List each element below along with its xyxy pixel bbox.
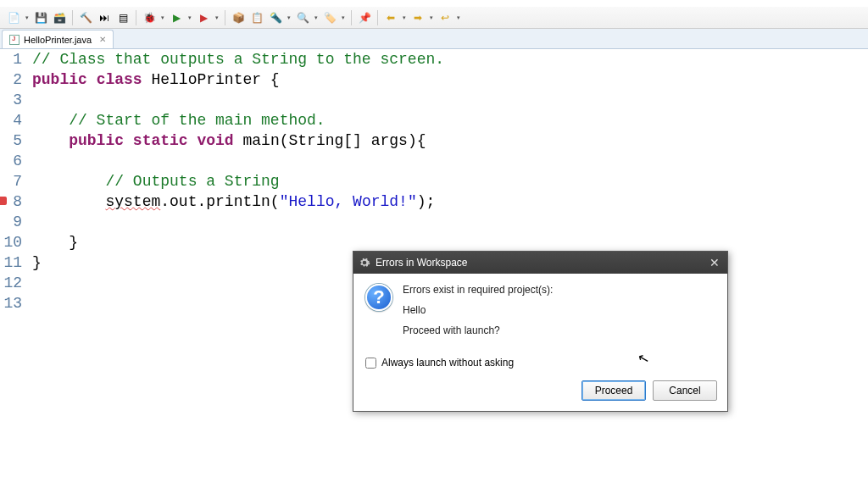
line-gutter: 12345678910111213	[0, 49, 29, 488]
code-line[interactable]: system.out.println("Hello, World!");	[32, 191, 868, 212]
new-package-icon[interactable]: 📦	[230, 9, 247, 26]
code-line[interactable]: // Start of the main method.	[32, 110, 868, 130]
dropdown-arrow-icon[interactable]: ▾	[401, 14, 408, 21]
task-icon[interactable]: 🏷️	[321, 9, 338, 26]
line-number: 4	[0, 110, 22, 130]
dialog-title: Errors in Workspace	[376, 257, 467, 269]
dropdown-arrow-icon[interactable]: ▾	[159, 14, 166, 21]
separator	[136, 10, 136, 25]
java-file-icon	[9, 35, 19, 45]
outline-icon[interactable]: ▤	[114, 9, 131, 26]
dropdown-arrow-icon[interactable]: ▾	[286, 14, 292, 21]
gear-icon	[359, 257, 370, 269]
tab-filename: HelloPrinter.java	[24, 35, 92, 45]
dropdown-arrow-icon[interactable]: ▾	[186, 14, 193, 21]
dialog-body: ? Errors exist in required project(s): H…	[353, 274, 727, 352]
dialog-message: Errors exist in required project(s): Hel…	[403, 284, 715, 345]
separator	[377, 10, 378, 25]
close-icon[interactable]: ✕	[99, 35, 106, 44]
dialog-line2: Proceed with launch?	[403, 324, 715, 336]
dropdown-arrow-icon[interactable]: ▾	[313, 14, 320, 21]
save-all-icon[interactable]: 🗃️	[51, 9, 68, 26]
always-launch-checkbox[interactable]	[365, 358, 376, 369]
dropdown-arrow-icon[interactable]: ▾	[340, 14, 347, 21]
pin-icon[interactable]: 📌	[356, 9, 373, 26]
dropdown-arrow-icon[interactable]: ▾	[428, 14, 435, 21]
menu-bar[interactable]	[0, 0, 868, 7]
question-icon: ?	[365, 284, 392, 311]
line-number: 12	[0, 273, 22, 293]
line-number: 11	[0, 252, 22, 273]
coverage-icon[interactable]: ▶	[195, 9, 212, 26]
separator	[351, 10, 352, 25]
hammer-icon[interactable]: 🔨	[77, 9, 94, 26]
dialog-buttons: Proceed Cancel	[353, 377, 727, 411]
dropdown-arrow-icon[interactable]: ▾	[455, 14, 462, 21]
line-number: 7	[0, 171, 22, 191]
toolbar: 📄▾ 💾 🗃️ 🔨 ⏭ ▤ 🐞▾ ▶▾ ▶▾ 📦 📋 🔦▾ 🔍▾ 🏷️▾ 📌 ⬅…	[0, 7, 868, 29]
line-number: 1	[0, 49, 22, 69]
line-number: 5	[0, 130, 22, 151]
last-edit-icon[interactable]: ↩	[437, 9, 453, 26]
dialog-checkbox-row: Always launch without asking	[353, 352, 727, 377]
debug-icon[interactable]: 🐞	[141, 9, 158, 26]
checkbox-label: Always launch without asking	[381, 357, 514, 369]
new-icon[interactable]: 📄	[5, 9, 22, 26]
code-line[interactable]	[32, 90, 868, 110]
line-number: 9	[0, 212, 22, 232]
run-icon[interactable]: ▶	[168, 9, 185, 26]
errors-dialog: Errors in Workspace ✕ ? Errors exist in …	[353, 251, 728, 412]
close-icon[interactable]: ✕	[707, 255, 722, 270]
line-number: 10	[0, 232, 22, 252]
code-line[interactable]	[32, 151, 868, 171]
code-line[interactable]	[32, 212, 868, 232]
dropdown-arrow-icon[interactable]: ▾	[214, 14, 220, 21]
code-line[interactable]: public class HelloPrinter {	[32, 69, 868, 90]
separator	[72, 10, 73, 25]
line-number: 13	[0, 293, 22, 313]
skip-icon[interactable]: ⏭	[96, 9, 113, 26]
code-line[interactable]: // Outputs a String	[32, 171, 868, 191]
dialog-line1: Errors exist in required project(s):	[403, 284, 715, 296]
line-number: 8	[0, 191, 22, 212]
line-number: 6	[0, 151, 22, 171]
back-icon[interactable]: ⬅	[382, 9, 399, 26]
line-number: 3	[0, 90, 22, 110]
tab-bar: HelloPrinter.java ✕	[0, 29, 868, 49]
open-type-icon[interactable]: 🔦	[267, 9, 284, 26]
forward-icon[interactable]: ➡	[409, 9, 426, 26]
cancel-button[interactable]: Cancel	[653, 380, 717, 401]
line-number: 2	[0, 69, 22, 90]
editor-tab[interactable]: HelloPrinter.java ✕	[2, 30, 114, 48]
save-icon[interactable]: 💾	[32, 9, 49, 26]
dialog-project: Hello	[403, 304, 715, 316]
code-line[interactable]: public static void main(String[] args){	[32, 130, 868, 151]
new-class-icon[interactable]: 📋	[248, 9, 265, 26]
code-line[interactable]: }	[32, 232, 868, 252]
search-icon[interactable]: 🔍	[294, 9, 311, 26]
error-marker-icon	[0, 197, 7, 205]
code-line[interactable]: // Class that outputs a String to the sc…	[32, 49, 868, 69]
separator	[225, 10, 225, 25]
dialog-title-bar[interactable]: Errors in Workspace ✕	[353, 252, 727, 274]
proceed-button[interactable]: Proceed	[581, 380, 646, 401]
dropdown-arrow-icon[interactable]: ▾	[24, 14, 31, 21]
